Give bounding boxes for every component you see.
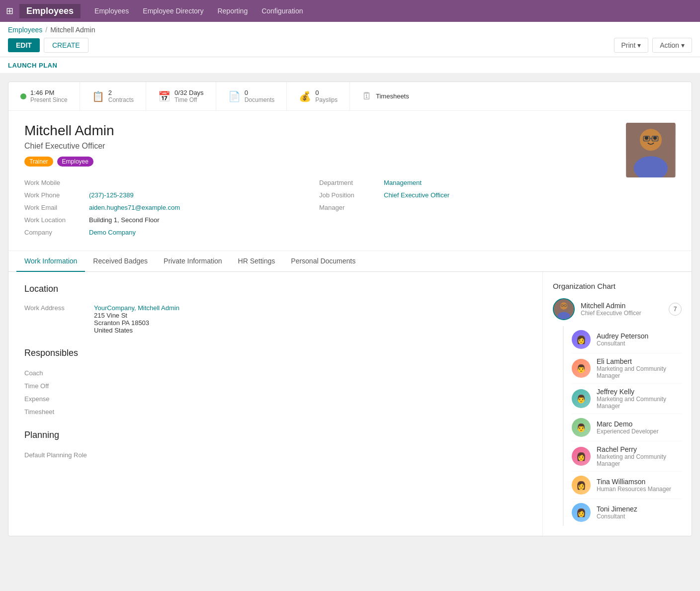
coach-row: Coach [24, 366, 526, 379]
responsibles-section-title: Responsibles [24, 348, 526, 358]
address-line1: 215 Vine St [94, 312, 179, 319]
tab-work-information[interactable]: Work Information [16, 251, 85, 272]
manager-label: Manager [319, 204, 384, 211]
work-email-value[interactable]: aiden.hughes71@example.com [89, 204, 180, 211]
work-mobile-label: Work Mobile [24, 179, 89, 186]
report-name-4: Rachel Perry [597, 445, 682, 453]
app-title[interactable]: Employees [19, 4, 81, 18]
contracts-status[interactable]: 📋 2 Contracts [80, 82, 146, 110]
tab-private-information[interactable]: Private Information [156, 251, 230, 272]
work-location-row: Work Location Building 1, Second Floor [24, 214, 319, 226]
report-item-2[interactable]: 👨 Jeffrey Kelly Marketing and Community … [572, 384, 682, 414]
report-item-1[interactable]: 👨 Eli Lambert Marketing and Community Ma… [572, 353, 682, 384]
report-avatar-5: 👩 [572, 476, 591, 495]
company-value[interactable]: Demo Company [89, 229, 136, 236]
department-row: Department Management [319, 176, 614, 189]
org-chart-ceo[interactable]: Mitchell Admin Chief Executive Officer 7 [553, 298, 682, 320]
launch-plan-bar: LAUNCH PLAN [0, 57, 700, 74]
report-info-0: Audrey Peterson Consultant [597, 332, 648, 347]
breadcrumb-parent-link[interactable]: Employees [8, 26, 42, 34]
org-chart-panel: Organization Chart M [542, 272, 692, 536]
status-bar: 1:46 PM Present Since 📋 2 Contracts 📅 0/… [8, 82, 692, 111]
tag-employee[interactable]: Employee [57, 157, 93, 167]
report-role-1: Marketing and Community Manager [597, 365, 682, 379]
org-count-badge[interactable]: 7 [669, 303, 682, 316]
job-position-row: Job Position Chief Executive Officer [319, 189, 614, 201]
documents-label: Documents [245, 96, 275, 103]
report-info-4: Rachel Perry Marketing and Community Man… [597, 445, 682, 467]
report-role-3: Experienced Developer [597, 428, 659, 435]
nav-employee-directory[interactable]: Employee Directory [137, 4, 209, 18]
company-label: Company [24, 229, 89, 236]
report-item-3[interactable]: 👨 Marc Demo Experienced Developer [572, 414, 682, 441]
edit-button[interactable]: EDIT [8, 38, 40, 52]
ceo-avatar [553, 298, 575, 320]
time-off-label: Time Off [175, 96, 204, 103]
nav-items: Employees Employee Directory Reporting C… [88, 4, 309, 18]
report-item-6[interactable]: 👩 Toni Jimenez Consultant [572, 499, 682, 526]
time-off-status[interactable]: 📅 0/32 Days Time Off [146, 82, 216, 110]
employee-name: Mitchell Admin [24, 123, 614, 139]
report-avatar-6: 👩 [572, 503, 591, 522]
nav-reporting[interactable]: Reporting [211, 4, 254, 18]
ceo-info: Mitchell Admin Chief Executive Officer [581, 302, 641, 317]
address-line2: Scranton PA 18503 [94, 319, 179, 327]
expense-row: Expense [24, 392, 526, 405]
timesheets-label: Timesheets [376, 92, 409, 100]
employee-tabs: Work Information Received Badges Private… [8, 251, 692, 272]
report-role-6: Consultant [597, 513, 637, 520]
btn-row: EDIT CREATE Print ▾ Action ▾ [8, 38, 692, 53]
report-name-0: Audrey Peterson [597, 332, 648, 340]
report-avatar-1: 👨 [572, 359, 591, 378]
report-role-5: Human Resources Manager [597, 486, 671, 493]
department-value[interactable]: Management [384, 179, 422, 186]
job-position-label: Job Position [319, 191, 384, 199]
launch-plan-link[interactable]: LAUNCH PLAN [8, 62, 57, 69]
present-dot [20, 93, 26, 99]
breadcrumb-separator: / [45, 26, 47, 34]
ceo-role: Chief Executive Officer [581, 310, 641, 317]
planning-section: Planning Default Planning Role [24, 430, 526, 461]
action-row-right: Print ▾ Action ▾ [614, 38, 693, 53]
report-name-6: Toni Jimenez [597, 505, 637, 513]
report-name-1: Eli Lambert [597, 357, 682, 365]
contracts-icon: 📋 [92, 90, 104, 102]
department-label: Department [319, 179, 384, 186]
employee-details: Mitchell Admin Chief Executive Officer T… [24, 123, 614, 239]
expense-label: Expense [24, 395, 50, 403]
work-phone-value[interactable]: (237)-125-2389 [89, 191, 134, 199]
action-button[interactable]: Action ▾ [652, 38, 692, 53]
location-section-title: Location [24, 284, 526, 294]
print-button[interactable]: Print ▾ [614, 38, 649, 53]
nav-employees[interactable]: Employees [88, 4, 135, 18]
work-address-label: Work Address [24, 304, 94, 312]
report-item-5[interactable]: 👩 Tina Williamson Human Resources Manage… [572, 472, 682, 499]
tab-personal-documents[interactable]: Personal Documents [283, 251, 363, 272]
report-item-4[interactable]: 👩 Rachel Perry Marketing and Community M… [572, 441, 682, 472]
timesheets-icon: 🗓 [362, 90, 372, 102]
report-item-0[interactable]: 👩 Audrey Peterson Consultant [572, 326, 682, 353]
timesheets-status[interactable]: 🗓 Timesheets [350, 84, 421, 109]
nav-configuration[interactable]: Configuration [256, 4, 309, 18]
org-chart-title: Organization Chart [553, 282, 682, 290]
report-avatar-0: 👩 [572, 330, 591, 349]
payslips-status[interactable]: 💰 0 Payslips [287, 82, 350, 110]
employee-photo [626, 123, 676, 177]
org-reports: 👩 Audrey Peterson Consultant 👨 Eli Lambe… [563, 326, 682, 526]
documents-count-value: 0 [245, 89, 275, 96]
job-position-value[interactable]: Chief Executive Officer [384, 191, 449, 199]
planning-section-title: Planning [24, 430, 526, 440]
tag-trainer[interactable]: Trainer [24, 157, 53, 167]
work-address-row: Work Address YourCompany, Mitchell Admin… [24, 302, 526, 336]
time-off-icon: 📅 [158, 90, 171, 102]
create-button[interactable]: CREATE [44, 38, 88, 53]
tab-received-badges[interactable]: Received Badges [85, 251, 156, 272]
documents-status[interactable]: 📄 0 Documents [216, 82, 287, 110]
employee-tags: Trainer Employee [24, 157, 614, 167]
tab-hr-settings[interactable]: HR Settings [230, 251, 283, 272]
main-content: 1:46 PM Present Since 📋 2 Contracts 📅 0/… [0, 74, 700, 544]
work-address-link[interactable]: YourCompany, Mitchell Admin [94, 304, 179, 312]
breadcrumb-current: Mitchell Admin [50, 26, 95, 34]
app-grid-icon[interactable]: ⊞ [6, 5, 13, 16]
payslips-label: Payslips [315, 96, 338, 103]
